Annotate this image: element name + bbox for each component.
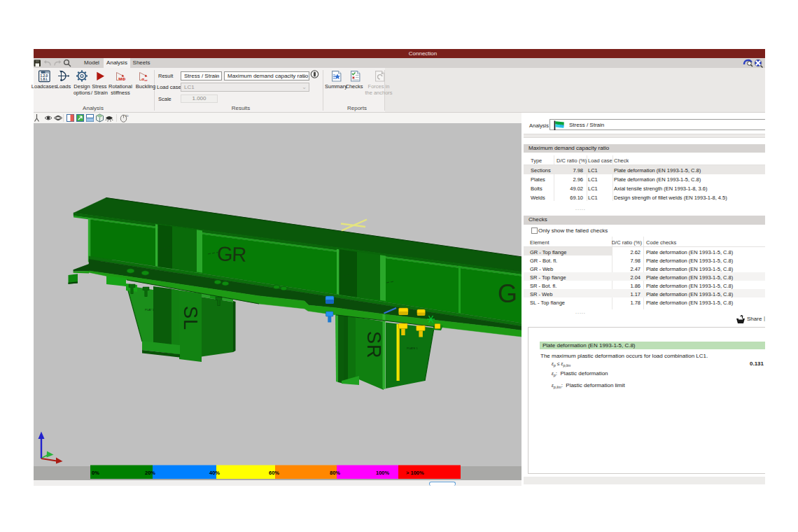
svg-text:cr: cr [145, 78, 148, 82]
svg-text:PLAT 1: PLAT 1 [145, 308, 155, 312]
svg-text:SR: SR [363, 331, 384, 359]
svg-text:G: G [498, 279, 517, 308]
svg-text:40%: 40% [209, 470, 220, 476]
svg-text:80%: 80% [330, 470, 340, 476]
svg-text:0%: 0% [92, 470, 99, 476]
svg-text:PLATE 1: PLATE 1 [407, 346, 418, 350]
svg-text:GR: GR [216, 242, 246, 265]
svg-text:α: α [141, 77, 144, 81]
svg-text:MΦ: MΦ [118, 77, 125, 81]
svg-text:> 100%: > 100% [406, 470, 424, 476]
svg-text:20%: 20% [145, 470, 155, 476]
svg-text:1.8.L: 1.8.L [41, 78, 48, 81]
svg-text:60%: 60% [269, 470, 279, 476]
svg-text:SL: SL [180, 306, 201, 330]
svg-text:3D: 3D [125, 114, 129, 118]
svg-text:100%: 100% [376, 470, 390, 476]
